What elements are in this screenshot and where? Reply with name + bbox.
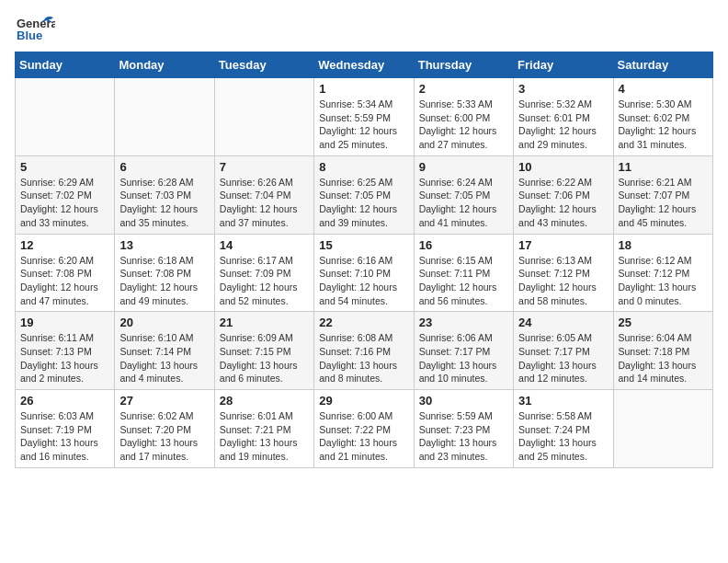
calendar-cell: 18Sunrise: 6:12 AMSunset: 7:12 PMDayligh… (613, 234, 712, 312)
calendar-cell: 28Sunrise: 6:01 AMSunset: 7:21 PMDayligh… (214, 390, 313, 468)
calendar-cell: 27Sunrise: 6:02 AMSunset: 7:20 PMDayligh… (115, 390, 214, 468)
day-info: Sunrise: 6:24 AMSunset: 7:05 PMDaylight:… (419, 176, 508, 230)
column-header-thursday: Thursday (414, 52, 513, 78)
day-info: Sunrise: 6:26 AMSunset: 7:04 PMDaylight:… (220, 176, 309, 230)
day-info: Sunrise: 6:00 AMSunset: 7:22 PMDaylight:… (319, 409, 408, 464)
week-row-3: 12Sunrise: 6:20 AMSunset: 7:08 PMDayligh… (16, 234, 713, 312)
day-number: 10 (518, 160, 608, 174)
day-number: 20 (119, 316, 209, 329)
calendar-cell: 22Sunrise: 6:08 AMSunset: 7:16 PMDayligh… (314, 312, 414, 390)
calendar-cell (214, 78, 313, 156)
svg-text:Blue: Blue (17, 29, 42, 42)
week-row-1: 1Sunrise: 5:34 AMSunset: 5:59 PMDaylight… (16, 78, 713, 156)
week-row-4: 19Sunrise: 6:11 AMSunset: 7:13 PMDayligh… (16, 312, 713, 390)
calendar-cell: 2Sunrise: 5:33 AMSunset: 6:00 PMDaylight… (414, 78, 513, 156)
day-number: 2 (419, 82, 508, 96)
day-number: 6 (119, 160, 209, 174)
calendar-cell: 31Sunrise: 5:58 AMSunset: 7:24 PMDayligh… (514, 390, 613, 468)
day-number: 14 (220, 238, 309, 252)
day-info: Sunrise: 6:06 AMSunset: 7:17 PMDaylight:… (419, 331, 508, 385)
day-info: Sunrise: 6:22 AMSunset: 7:06 PMDaylight:… (518, 176, 608, 230)
day-number: 25 (619, 316, 708, 329)
day-info: Sunrise: 6:04 AMSunset: 7:18 PMDaylight:… (619, 331, 708, 385)
calendar-table: SundayMondayTuesdayWednesdayThursdayFrid… (15, 52, 713, 468)
column-header-friday: Friday (514, 52, 613, 78)
day-info: Sunrise: 6:28 AMSunset: 7:03 PMDaylight:… (119, 176, 209, 230)
calendar-cell: 23Sunrise: 6:06 AMSunset: 7:17 PMDayligh… (414, 312, 513, 390)
calendar-cell: 5Sunrise: 6:29 AMSunset: 7:02 PMDaylight… (16, 155, 115, 234)
day-number: 31 (518, 394, 608, 408)
column-header-monday: Monday (115, 52, 214, 78)
calendar-cell: 26Sunrise: 6:03 AMSunset: 7:19 PMDayligh… (16, 390, 115, 468)
page-header: General Blue (15, 15, 713, 44)
calendar-cell: 24Sunrise: 6:05 AMSunset: 7:17 PMDayligh… (514, 312, 613, 390)
calendar-cell (16, 78, 115, 156)
calendar-cell (115, 78, 214, 156)
column-header-tuesday: Tuesday (214, 52, 313, 78)
day-info: Sunrise: 6:11 AMSunset: 7:13 PMDaylight:… (20, 331, 109, 385)
logo-svg: General Blue (15, 15, 55, 44)
day-info: Sunrise: 5:32 AMSunset: 6:01 PMDaylight:… (518, 98, 608, 152)
logo: General Blue (15, 15, 55, 44)
day-info: Sunrise: 6:15 AMSunset: 7:11 PMDaylight:… (419, 254, 508, 308)
day-info: Sunrise: 6:08 AMSunset: 7:16 PMDaylight:… (319, 331, 408, 385)
day-number: 30 (419, 394, 508, 408)
column-header-sunday: Sunday (16, 52, 115, 78)
calendar-cell: 15Sunrise: 6:16 AMSunset: 7:10 PMDayligh… (314, 234, 414, 312)
day-info: Sunrise: 5:30 AMSunset: 6:02 PMDaylight:… (619, 98, 708, 152)
calendar-cell: 7Sunrise: 6:26 AMSunset: 7:04 PMDaylight… (214, 155, 313, 234)
day-info: Sunrise: 6:25 AMSunset: 7:05 PMDaylight:… (319, 176, 408, 230)
day-info: Sunrise: 6:18 AMSunset: 7:08 PMDaylight:… (119, 254, 209, 308)
day-info: Sunrise: 5:33 AMSunset: 6:00 PMDaylight:… (419, 98, 508, 152)
day-number: 9 (419, 160, 508, 174)
calendar-cell: 12Sunrise: 6:20 AMSunset: 7:08 PMDayligh… (16, 234, 115, 312)
day-info: Sunrise: 6:20 AMSunset: 7:08 PMDaylight:… (20, 254, 109, 308)
day-number: 7 (220, 160, 309, 174)
day-info: Sunrise: 6:13 AMSunset: 7:12 PMDaylight:… (518, 254, 608, 308)
calendar-cell: 1Sunrise: 5:34 AMSunset: 5:59 PMDaylight… (314, 78, 414, 156)
day-number: 27 (119, 394, 209, 408)
week-row-5: 26Sunrise: 6:03 AMSunset: 7:19 PMDayligh… (16, 390, 713, 468)
day-number: 19 (20, 316, 109, 329)
day-number: 1 (319, 82, 408, 96)
day-info: Sunrise: 5:58 AMSunset: 7:24 PMDaylight:… (518, 409, 608, 464)
calendar-cell: 30Sunrise: 5:59 AMSunset: 7:23 PMDayligh… (414, 390, 513, 468)
day-info: Sunrise: 6:16 AMSunset: 7:10 PMDaylight:… (319, 254, 408, 308)
day-info: Sunrise: 5:59 AMSunset: 7:23 PMDaylight:… (419, 409, 508, 464)
day-number: 22 (319, 316, 408, 329)
calendar-cell: 25Sunrise: 6:04 AMSunset: 7:18 PMDayligh… (613, 312, 712, 390)
day-number: 8 (319, 160, 408, 174)
calendar-cell: 8Sunrise: 6:25 AMSunset: 7:05 PMDaylight… (314, 155, 414, 234)
column-header-saturday: Saturday (613, 52, 712, 78)
day-info: Sunrise: 6:12 AMSunset: 7:12 PMDaylight:… (619, 254, 708, 308)
day-number: 11 (619, 160, 708, 174)
day-info: Sunrise: 6:01 AMSunset: 7:21 PMDaylight:… (220, 409, 309, 464)
day-info: Sunrise: 6:03 AMSunset: 7:19 PMDaylight:… (20, 409, 109, 464)
day-number: 29 (319, 394, 408, 408)
calendar-cell: 17Sunrise: 6:13 AMSunset: 7:12 PMDayligh… (514, 234, 613, 312)
day-info: Sunrise: 6:21 AMSunset: 7:07 PMDaylight:… (619, 176, 708, 230)
calendar-cell: 6Sunrise: 6:28 AMSunset: 7:03 PMDaylight… (115, 155, 214, 234)
calendar-cell: 21Sunrise: 6:09 AMSunset: 7:15 PMDayligh… (214, 312, 313, 390)
calendar-cell: 10Sunrise: 6:22 AMSunset: 7:06 PMDayligh… (514, 155, 613, 234)
day-info: Sunrise: 6:02 AMSunset: 7:20 PMDaylight:… (119, 409, 209, 464)
day-info: Sunrise: 6:09 AMSunset: 7:15 PMDaylight:… (220, 331, 309, 385)
day-number: 26 (20, 394, 109, 408)
day-number: 16 (419, 238, 508, 252)
calendar-cell: 11Sunrise: 6:21 AMSunset: 7:07 PMDayligh… (613, 155, 712, 234)
calendar-cell: 19Sunrise: 6:11 AMSunset: 7:13 PMDayligh… (16, 312, 115, 390)
header-row: SundayMondayTuesdayWednesdayThursdayFrid… (16, 52, 713, 78)
calendar-cell: 16Sunrise: 6:15 AMSunset: 7:11 PMDayligh… (414, 234, 513, 312)
day-info: Sunrise: 6:29 AMSunset: 7:02 PMDaylight:… (20, 176, 109, 230)
column-header-wednesday: Wednesday (314, 52, 414, 78)
day-number: 12 (20, 238, 109, 252)
day-number: 21 (220, 316, 309, 329)
week-row-2: 5Sunrise: 6:29 AMSunset: 7:02 PMDaylight… (16, 155, 713, 234)
day-number: 5 (20, 160, 109, 174)
calendar-cell: 9Sunrise: 6:24 AMSunset: 7:05 PMDaylight… (414, 155, 513, 234)
day-number: 3 (518, 82, 608, 96)
day-number: 28 (220, 394, 309, 408)
day-number: 4 (619, 82, 708, 96)
day-info: Sunrise: 6:10 AMSunset: 7:14 PMDaylight:… (119, 331, 209, 385)
calendar-cell: 14Sunrise: 6:17 AMSunset: 7:09 PMDayligh… (214, 234, 313, 312)
